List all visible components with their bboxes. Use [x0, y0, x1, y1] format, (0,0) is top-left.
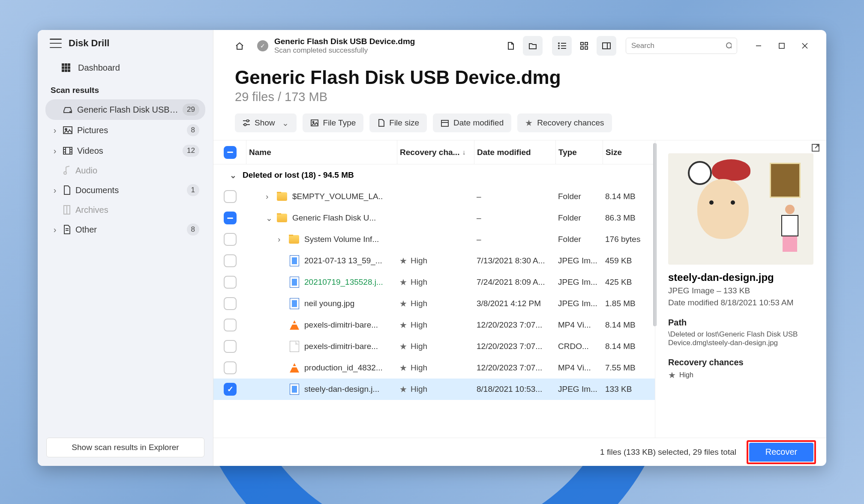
svg-rect-5 — [68, 66, 70, 69]
menu-toggle-icon[interactable] — [50, 39, 62, 48]
row-checkbox[interactable] — [224, 319, 237, 331]
archives-icon — [63, 205, 71, 215]
col-type[interactable]: Type — [555, 140, 603, 164]
file-name: Generic Flash Disk U... — [292, 213, 376, 223]
filter-show[interactable]: Show⌄ — [235, 113, 297, 132]
col-recovery[interactable]: Recovery cha... — [397, 140, 474, 164]
svg-rect-31 — [585, 42, 588, 45]
home-icon[interactable] — [230, 36, 249, 56]
star-icon: ★ — [399, 277, 407, 287]
file-row[interactable]: 20210719_135528.j... ★High 7/24/2021 8:0… — [213, 271, 655, 293]
date-modified: 12/20/2023 7:07... — [474, 320, 555, 330]
svg-point-43 — [247, 120, 249, 122]
sidebar-item-videos[interactable]: › Videos 12 — [45, 140, 205, 161]
grid-view-icon[interactable] — [574, 36, 594, 56]
sidebar-item-audio[interactable]: Audio — [45, 161, 205, 180]
sidebar-item-label: Generic Flash Disk USB D... — [77, 105, 178, 115]
file-row[interactable]: › System Volume Inf... – Folder 176 byte… — [213, 229, 655, 250]
list-view-icon[interactable] — [552, 36, 572, 56]
recovery-value: High — [411, 256, 427, 265]
column-headers: Name Recovery cha... Date modified Type … — [213, 140, 655, 164]
date-modified: 3/8/2021 4:12 PM — [474, 299, 555, 308]
svg-rect-27 — [561, 45, 566, 46]
filter-filesize[interactable]: File size — [369, 113, 427, 132]
row-checkbox[interactable] — [224, 254, 237, 267]
chevron-icon — [51, 166, 58, 176]
document-icon — [377, 119, 385, 127]
file-size: 176 bytes — [603, 235, 650, 244]
toolbar: ✓ Generic Flash Disk USB Device.dmg Scan… — [213, 30, 826, 59]
filter-recovery[interactable]: ★Recovery chances — [517, 113, 612, 132]
sidebar-item-label: Other — [75, 225, 183, 235]
star-icon: ★ — [399, 256, 407, 266]
file-name: 20210719_135528.j... — [304, 277, 383, 287]
file-row[interactable]: steely-dan-design.j... ★High 8/18/2021 1… — [213, 379, 655, 400]
svg-rect-29 — [561, 48, 566, 49]
file-row[interactable]: pexels-dimitri-bare... ★High 12/20/2023 … — [213, 314, 655, 336]
row-checkbox[interactable] — [224, 190, 237, 203]
file-row[interactable]: pexels-dimitri-bare... ★High 12/20/2023 … — [213, 336, 655, 357]
chevron-icon[interactable]: ⌄ — [266, 213, 272, 223]
file-type: JPEG Im... — [555, 256, 603, 265]
folder-icon — [277, 214, 287, 222]
search-input[interactable] — [626, 38, 737, 54]
file-row[interactable]: neil young.jpg ★High 3/8/2021 4:12 PM JP… — [213, 293, 655, 314]
file-type: Folder — [555, 213, 603, 223]
row-checkbox[interactable] — [224, 212, 237, 224]
breadcrumb-subtitle: Scan completed successfully — [274, 46, 415, 55]
col-date[interactable]: Date modified — [474, 140, 555, 164]
file-row[interactable]: › $EMPTY_VOLUME_LA.. – Folder 8.14 MB — [213, 186, 655, 207]
sidebar-item-dashboard[interactable]: Dashboard — [38, 58, 213, 77]
sidebar-item-archives[interactable]: Archives — [45, 200, 205, 219]
row-checkbox[interactable] — [224, 340, 237, 353]
preview-title: steely-dan-design.jpg — [668, 271, 813, 283]
group-header[interactable]: ⌄ Deleted or lost (18) - 94.5 MB — [213, 164, 655, 186]
file-icon[interactable] — [501, 36, 520, 56]
search-field[interactable] — [631, 42, 722, 50]
chevron-icon[interactable]: › — [266, 192, 272, 201]
chevron-icon[interactable]: › — [278, 235, 284, 244]
chevron-icon — [51, 205, 58, 215]
star-icon: ★ — [525, 118, 533, 128]
row-checkbox[interactable] — [224, 297, 237, 310]
row-checkbox[interactable] — [224, 361, 237, 374]
svg-rect-8 — [68, 69, 70, 72]
other-icon — [63, 224, 71, 235]
preview-recovery-value: High — [679, 371, 693, 379]
file-type: JPEG Im... — [555, 385, 603, 394]
row-checkbox[interactable] — [224, 233, 237, 246]
file-row[interactable]: production_id_4832... ★High 12/20/2023 7… — [213, 357, 655, 379]
date-modified: – — [474, 192, 555, 201]
filter-datemodified[interactable]: Date modified — [433, 113, 511, 132]
folder-icon — [289, 235, 299, 244]
file-size: 86.3 MB — [603, 213, 650, 223]
recover-button[interactable]: Recover — [749, 443, 813, 462]
sidebar-item-other[interactable]: › Other 8 — [45, 219, 205, 240]
chevron-icon — [51, 105, 58, 115]
sidebar-item-pictures[interactable]: › Pictures 8 — [45, 120, 205, 140]
folder-icon[interactable] — [523, 36, 543, 56]
sidebar-item-disk[interactable]: Generic Flash Disk USB D... 29 — [45, 99, 205, 120]
col-name[interactable]: Name — [246, 140, 397, 164]
select-all-checkbox[interactable] — [224, 146, 237, 159]
file-name: steely-dan-design.j... — [304, 385, 379, 394]
row-checkbox[interactable] — [224, 383, 237, 396]
close-button[interactable] — [794, 37, 816, 54]
file-row[interactable]: ⌄ Generic Flash Disk U... – Folder 86.3 … — [213, 207, 655, 229]
sidebar-item-documents[interactable]: › Documents 1 — [45, 180, 205, 200]
file-row[interactable]: 2021-07-13 13_59_... ★High 7/13/2021 8:3… — [213, 250, 655, 271]
file-name: 2021-07-13 13_59_... — [304, 256, 382, 265]
row-checkbox[interactable] — [224, 276, 237, 289]
star-icon: ★ — [399, 363, 407, 373]
sidebar: Disk Drill Dashboard Scan results Generi… — [38, 30, 213, 466]
popout-icon[interactable] — [811, 143, 820, 152]
sidebar-item-label: Audio — [75, 166, 199, 176]
filter-filetype[interactable]: File Type — [303, 113, 364, 132]
date-modified: 8/18/2021 10:53... — [474, 385, 555, 394]
panel-view-icon[interactable] — [597, 36, 616, 56]
minimize-button[interactable] — [747, 37, 770, 54]
col-size[interactable]: Size — [603, 140, 650, 164]
show-in-explorer-button[interactable]: Show scan results in Explorer — [46, 438, 204, 457]
maximize-button[interactable] — [771, 37, 793, 54]
svg-rect-39 — [779, 43, 784, 48]
